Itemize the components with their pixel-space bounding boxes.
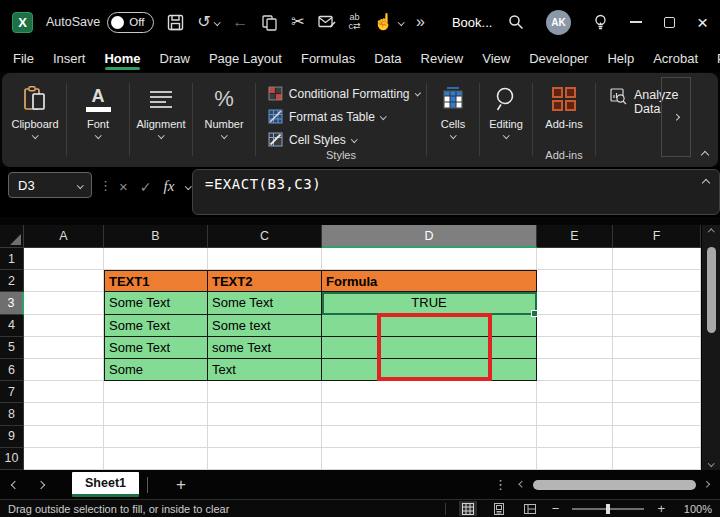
column-header-F[interactable]: F xyxy=(613,225,701,248)
menu-tab-data[interactable]: Data xyxy=(374,46,401,71)
formula-input[interactable]: =EXACT(B3,C3) xyxy=(192,169,720,215)
sheet-tab-sheet1[interactable]: Sheet1 xyxy=(72,472,139,497)
horizontal-scroll-thumb[interactable] xyxy=(533,480,696,490)
cell-E8[interactable] xyxy=(537,403,613,425)
ribbon-group-clipboard[interactable]: Clipboard xyxy=(6,76,64,165)
cell-A3[interactable] xyxy=(24,292,104,314)
excel-logo-icon[interactable]: X xyxy=(12,12,33,33)
cell-F1[interactable] xyxy=(613,248,701,270)
scroll-up-icon[interactable] xyxy=(708,229,714,235)
cell-F7[interactable] xyxy=(613,381,701,403)
menu-tab-file[interactable]: File xyxy=(13,46,34,71)
vertical-scrollbar[interactable] xyxy=(701,225,720,470)
cell-D7[interactable] xyxy=(322,381,537,403)
row-header-6[interactable]: 6 xyxy=(0,359,24,381)
chevron-down-icon[interactable] xyxy=(77,182,83,188)
cell-D2[interactable]: Formula xyxy=(322,270,537,292)
horizontal-scrollbar[interactable] xyxy=(520,480,708,490)
cell-D10[interactable] xyxy=(322,448,537,470)
column-header-A[interactable]: A xyxy=(24,225,104,248)
avatar[interactable]: AK xyxy=(546,10,571,35)
row-header-2[interactable]: 2 xyxy=(0,270,24,292)
menu-tab-page-layout[interactable]: Page Layout xyxy=(209,46,282,71)
row-header-9[interactable]: 9 xyxy=(0,426,24,448)
cell-D4[interactable] xyxy=(322,315,537,337)
row-header-7[interactable]: 7 xyxy=(0,381,24,403)
menu-tab-home[interactable]: Home xyxy=(104,46,140,71)
cell-A6[interactable] xyxy=(24,359,104,381)
cell-B10[interactable] xyxy=(104,448,208,470)
name-box[interactable]: D3 xyxy=(8,172,92,198)
page-layout-view-button[interactable] xyxy=(490,501,508,516)
cell-C4[interactable]: Some text xyxy=(208,315,322,337)
cell-A10[interactable] xyxy=(24,448,104,470)
cell-F2[interactable] xyxy=(613,270,701,292)
chevron-down-icon[interactable] xyxy=(185,183,191,189)
cell-A2[interactable] xyxy=(24,270,104,292)
cell-F5[interactable] xyxy=(613,337,701,359)
translate-icon[interactable]: abc⇄ xyxy=(349,13,361,31)
menu-tab-developer[interactable]: Developer xyxy=(529,46,588,71)
cell-A8[interactable] xyxy=(24,403,104,425)
cancel-icon[interactable]: × xyxy=(119,179,128,194)
select-all-corner[interactable] xyxy=(0,225,24,248)
cell-C2[interactable]: TEXT2 xyxy=(208,270,322,292)
save-icon[interactable] xyxy=(167,14,184,31)
ribbon-group-font[interactable]: A Font xyxy=(69,76,127,165)
cut-icon[interactable]: ✂ xyxy=(291,14,304,30)
next-sheet-icon[interactable] xyxy=(37,480,45,488)
fill-handle[interactable] xyxy=(531,310,538,317)
maximize-button[interactable] xyxy=(664,17,675,28)
cell-A7[interactable] xyxy=(24,381,104,403)
cell-E5[interactable] xyxy=(537,337,613,359)
cell-E1[interactable] xyxy=(537,248,613,270)
row-header-4[interactable]: 4 xyxy=(0,315,24,337)
row-header-1[interactable]: 1 xyxy=(0,248,24,270)
cell-F10[interactable] xyxy=(613,448,701,470)
menu-tab-insert[interactable]: Insert xyxy=(53,46,86,71)
cell-B8[interactable] xyxy=(104,403,208,425)
zoom-out-icon[interactable]: − xyxy=(552,502,560,515)
zoom-slider[interactable] xyxy=(572,508,644,510)
mail-icon[interactable] xyxy=(318,15,336,29)
cell-B1[interactable] xyxy=(104,248,208,270)
row-header-5[interactable]: 5 xyxy=(0,337,24,359)
cell-E9[interactable] xyxy=(537,426,613,448)
close-button[interactable]: × xyxy=(697,13,708,32)
touch-mode-button[interactable]: ☝ xyxy=(374,14,403,30)
zoom-slider-thumb[interactable] xyxy=(606,504,610,514)
ribbon-more-button[interactable] xyxy=(661,77,691,157)
cell-C9[interactable] xyxy=(208,426,322,448)
insert-function-icon[interactable]: fx xyxy=(164,178,175,195)
cell-E7[interactable] xyxy=(537,381,613,403)
cell-A4[interactable] xyxy=(24,315,104,337)
cell-D1[interactable] xyxy=(322,248,537,270)
chevron-down-icon[interactable] xyxy=(398,19,404,25)
menu-tab-draw[interactable]: Draw xyxy=(160,46,190,71)
cell-E2[interactable] xyxy=(537,270,613,292)
page-break-preview-button[interactable] xyxy=(521,501,539,516)
cell-C7[interactable] xyxy=(208,381,322,403)
qat-overflow-icon[interactable]: » xyxy=(416,14,425,30)
cell-D6[interactable] xyxy=(322,359,537,381)
cell-C8[interactable] xyxy=(208,403,322,425)
cell-A5[interactable] xyxy=(24,337,104,359)
addins-icon[interactable] xyxy=(550,83,578,115)
cell-B5[interactable]: Some Text xyxy=(104,337,208,359)
conditional-formatting-button[interactable]: Conditional Formatting xyxy=(268,82,420,105)
lightbulb-icon[interactable] xyxy=(593,14,608,31)
addins-button-label[interactable]: Add-ins xyxy=(545,118,582,130)
vertical-scroll-thumb[interactable] xyxy=(707,247,716,333)
cell-E10[interactable] xyxy=(537,448,613,470)
cell-B6[interactable]: Some xyxy=(104,359,208,381)
cell-A1[interactable] xyxy=(24,248,104,270)
cell-E6[interactable] xyxy=(537,359,613,381)
column-header-C[interactable]: C xyxy=(208,225,322,248)
drag-dots-icon[interactable]: ⋮ xyxy=(99,178,112,193)
cell-B3[interactable]: Some Text xyxy=(104,292,208,314)
minimize-button[interactable] xyxy=(630,21,642,23)
cell-F6[interactable] xyxy=(613,359,701,381)
scroll-left-icon[interactable] xyxy=(519,481,525,487)
menu-tab-view[interactable]: View xyxy=(482,46,510,71)
menu-tab-help[interactable]: Help xyxy=(607,46,634,71)
